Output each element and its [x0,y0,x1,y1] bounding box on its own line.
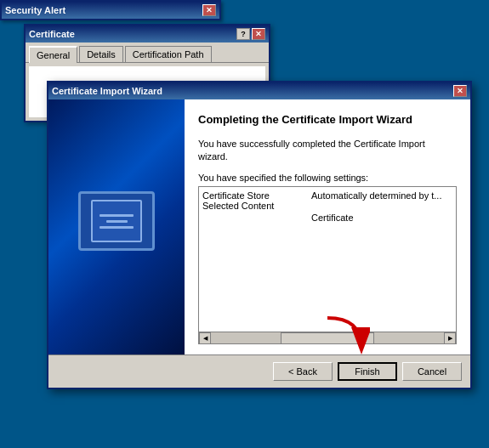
settings-row-1: Certificate Store Selected Content Autom… [202,190,452,211]
cert-decoration-line-2 [106,220,128,223]
settings-key-2 [202,213,304,223]
wizard-cert-inner [91,200,142,242]
settings-key-1: Certificate Store Selected Content [202,190,304,211]
wizard-close-button[interactable]: ✕ [453,85,467,97]
settings-value-1: Automatically determined by t... [311,190,441,211]
wizard-title: Certificate Import Wizard [52,86,162,96]
scroll-left-arrow[interactable]: ◀ [199,332,211,344]
wizard-footer: < Back Finish Cancel [48,354,470,388]
scroll-thumb[interactable] [281,332,374,344]
tab-details[interactable]: Details [79,46,123,62]
wizard-left-panel [48,99,185,354]
certificate-help-button[interactable]: ? [236,28,250,40]
wizard-success-text: You have successfully completed the Cert… [198,138,457,164]
security-alert-controls: ✕ [202,4,216,16]
certificate-titlebar: Certificate ? ✕ [26,26,269,43]
wizard-certificate-icon [78,191,155,251]
wizard-settings-label: You have specified the following setting… [198,173,457,183]
certificate-title: Certificate [29,29,75,39]
wizard-right-panel: Completing the Certificate Import Wizard… [185,99,470,354]
certificate-controls: ? ✕ [236,28,265,40]
settings-scrollbar[interactable]: ◀ ▶ [199,332,456,343]
security-alert-close-button[interactable]: ✕ [202,4,216,16]
scroll-track[interactable] [211,332,444,344]
certificate-close-button[interactable]: ✕ [252,28,265,40]
wizard-controls: ✕ [453,85,467,97]
security-alert-title: Security Alert [5,5,65,15]
settings-value-2: Certificate [311,213,354,223]
wizard-body: Completing the Certificate Import Wizard… [48,99,470,354]
certificate-tabs: General Details Certification Path [26,43,269,63]
wizard-window: Certificate Import Wizard ✕ Completing t… [47,81,472,389]
cert-decoration-line-3 [100,226,134,229]
wizard-settings-box: Certificate Store Selected Content Autom… [198,186,457,344]
security-alert-titlebar: Security Alert ✕ [2,2,219,19]
finish-button[interactable]: Finish [338,362,397,381]
wizard-heading: Completing the Certificate Import Wizard [198,113,457,128]
tab-certification-path[interactable]: Certification Path [125,46,212,62]
cancel-button[interactable]: Cancel [402,362,462,381]
scroll-right-arrow[interactable]: ▶ [444,332,456,344]
cert-decoration-line-1 [100,214,134,217]
tab-general[interactable]: General [29,46,77,63]
settings-row-2: Certificate [202,213,452,223]
back-button[interactable]: < Back [273,362,333,381]
wizard-titlebar: Certificate Import Wizard ✕ [48,82,470,99]
security-alert-window: Security Alert ✕ [0,0,221,20]
